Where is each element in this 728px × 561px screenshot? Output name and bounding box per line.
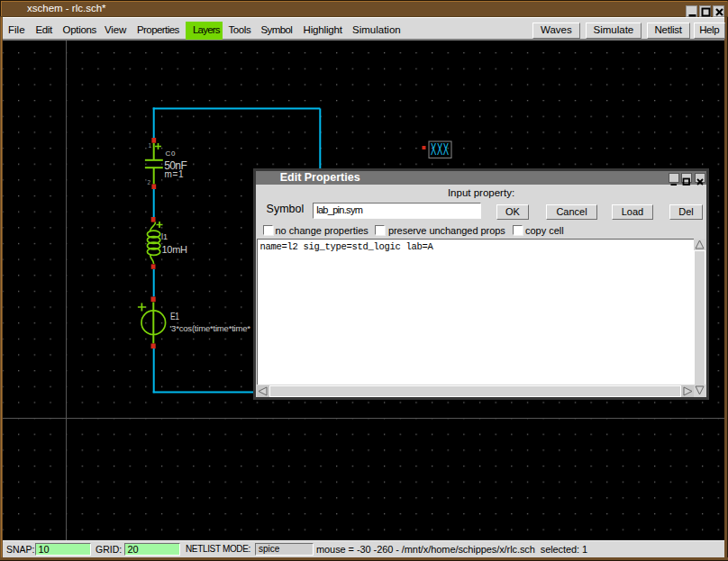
svg-text:m=1: m=1 [165, 169, 185, 179]
svg-text:'3*cos(time*time*time*: '3*cos(time*time*time* [170, 323, 251, 333]
svg-text:1: 1 [149, 142, 152, 149]
svg-text:XXX: XXX [431, 140, 450, 158]
svg-text:10mH: 10mH [162, 244, 187, 255]
svg-text:l1: l1 [161, 232, 168, 241]
svg-text:E1: E1 [170, 311, 179, 321]
svg-text:2: 2 [148, 179, 151, 185]
svg-text:C0: C0 [165, 149, 176, 158]
